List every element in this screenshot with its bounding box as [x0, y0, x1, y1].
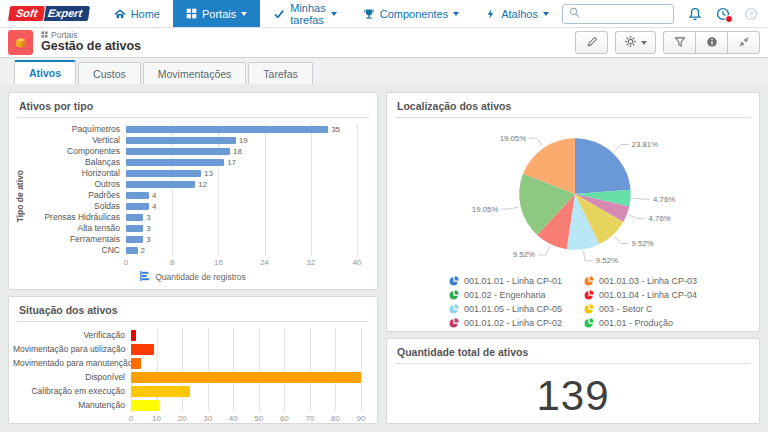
svg-text:?: ?	[749, 9, 754, 18]
bar[interactable]	[126, 214, 143, 221]
bar[interactable]	[126, 137, 236, 144]
bar-category-label: Paquímetros	[26, 124, 126, 135]
pie-legend-item[interactable]: 001.01 - Produção	[584, 316, 697, 330]
pie-legend-label: 001.02 - Engenharia	[464, 290, 546, 300]
bar-value-label: 3	[146, 213, 150, 222]
pending-activities-icon[interactable]	[716, 7, 730, 21]
top-navbar: Soft Expert Home Portais Minhas tarefas …	[0, 0, 768, 28]
bar-value-label: 4	[152, 202, 156, 211]
bar-category-label: Ferramentais	[26, 234, 126, 245]
info-button[interactable]	[695, 31, 728, 54]
bar[interactable]	[131, 330, 136, 341]
nav-item-minhas-tarefas[interactable]: Minhas tarefas	[260, 0, 349, 27]
page-title: Gestão de ativos	[41, 40, 141, 54]
panel-localizacao-dos-ativos: Localização dos ativos 23.81%4.76%4.76%9…	[386, 92, 760, 332]
panel-title: Localização dos ativos	[387, 93, 759, 117]
bar[interactable]	[131, 344, 154, 355]
search-box[interactable]	[562, 4, 674, 24]
pie-legend-item[interactable]: 001.01.04 - Linha CP-04	[584, 288, 697, 302]
pie-legend-icon	[449, 304, 459, 314]
pie-percent-label: 19.05%	[472, 205, 499, 214]
nav-item-portais[interactable]: Portais	[173, 0, 260, 27]
chevron-down-icon	[641, 41, 647, 45]
x-axis-tick: 80	[331, 414, 340, 423]
collapse-button[interactable]	[727, 31, 760, 54]
pie-legend-icon	[449, 276, 459, 286]
pie-legend-item[interactable]: 001.01.03 - Linha CP-03	[584, 274, 697, 288]
bar-category-label: Vertical	[26, 135, 126, 146]
bar[interactable]	[126, 247, 138, 254]
softexpert-logo[interactable]: Soft Expert	[0, 0, 101, 27]
pie-percent-label: 9.52%	[513, 250, 535, 259]
pie-legend-label: 001.01.03 - Linha CP-03	[599, 276, 697, 286]
pie-label-line	[629, 215, 646, 219]
bar-category-label: Componentes	[26, 146, 126, 157]
x-axis-tick: 30	[203, 414, 212, 423]
pie-legend-item[interactable]: 001.01.01 - Linha CP-01	[449, 274, 562, 288]
pie-legend-label: 001.01.05 - Linha CP-05	[464, 304, 562, 314]
x-axis-tick: 24	[260, 258, 269, 267]
search-input[interactable]	[584, 8, 667, 19]
bar-chart-ativos-por-tipo: Tipo de ativo PaquímetrosVerticalCompone…	[9, 118, 377, 285]
bar[interactable]	[126, 159, 224, 166]
pencil-icon	[586, 36, 598, 50]
bar[interactable]	[126, 148, 230, 155]
filter-button[interactable]	[663, 31, 696, 54]
x-axis-tick: 40	[353, 258, 362, 267]
logo-expert: Expert	[39, 5, 92, 22]
bar[interactable]	[126, 225, 143, 232]
pie-legend-icon	[584, 318, 594, 328]
pie-slice[interactable]	[575, 138, 631, 194]
edit-button[interactable]	[575, 31, 608, 54]
bar-value-label: 2	[141, 246, 145, 255]
pie-legend-icon	[584, 276, 594, 286]
tab-ativos[interactable]: Ativos	[14, 60, 76, 84]
bar[interactable]	[126, 126, 328, 133]
bar[interactable]	[126, 203, 149, 210]
bar-value-label: 12	[198, 180, 207, 189]
bar[interactable]	[131, 372, 361, 383]
bar-value-label: 35	[331, 125, 340, 134]
nav-item-atalhos[interactable]: Atalhos	[472, 0, 562, 27]
pie-percent-label: 19.05%	[500, 134, 527, 143]
main-menu: Home Portais Minhas tarefas Componentes …	[101, 0, 562, 27]
home-icon	[114, 8, 126, 20]
nav-item-home[interactable]: Home	[101, 0, 173, 27]
bar[interactable]	[131, 386, 190, 397]
bar-value-label: 4	[152, 191, 156, 200]
pie-legend-item[interactable]: 001.01.02 - Linha CP-02	[449, 316, 562, 330]
pie-label-line	[614, 145, 628, 152]
settings-button[interactable]	[615, 31, 656, 54]
components-icon	[363, 8, 375, 20]
total-assets-value: 139	[387, 364, 759, 420]
help-icon[interactable]: ?	[744, 7, 758, 21]
pie-legend-item[interactable]: 003 - Setor C	[584, 302, 697, 316]
pie-percent-label: 4.76%	[649, 214, 671, 223]
bar[interactable]	[126, 181, 195, 188]
bar-value-label: 3	[146, 235, 150, 244]
bar[interactable]	[126, 192, 149, 199]
x-axis-tick: 60	[280, 414, 289, 423]
tab-movimentacoes[interactable]: Movimentações	[143, 62, 247, 84]
bar[interactable]	[126, 170, 201, 177]
bar-chart-legend[interactable]: Quantidade de registros	[13, 269, 373, 285]
x-axis-tick: 8	[170, 258, 174, 267]
logo-soft: Soft	[7, 5, 47, 22]
nav-item-componentes[interactable]: Componentes	[350, 0, 473, 27]
bar[interactable]	[126, 236, 143, 243]
bar-value-label: 18	[233, 147, 242, 156]
portal-app-icon	[8, 30, 33, 55]
pie-legend-item[interactable]: 001.01.05 - Linha CP-05	[449, 302, 562, 316]
tab-tarefas[interactable]: Tarefas	[248, 62, 312, 84]
bar-legend-icon	[140, 271, 150, 283]
panel-ativos-por-tipo: Ativos por tipo Tipo de ativo Paquímetro…	[8, 92, 378, 290]
tab-bar: Ativos Custos Movimentações Tarefas	[0, 58, 768, 84]
bar[interactable]	[131, 400, 159, 411]
bar-chart-categories: VerificaçãoMovimentação para utilizaçãoM…	[13, 328, 131, 424]
pie-legend-item[interactable]: 001.02 - Engenharia	[449, 288, 562, 302]
nav-label: Portais	[202, 8, 236, 20]
bar[interactable]	[131, 358, 141, 369]
notifications-bell-icon[interactable]	[688, 7, 702, 21]
shortcuts-icon	[485, 8, 496, 20]
tab-custos[interactable]: Custos	[78, 62, 141, 84]
